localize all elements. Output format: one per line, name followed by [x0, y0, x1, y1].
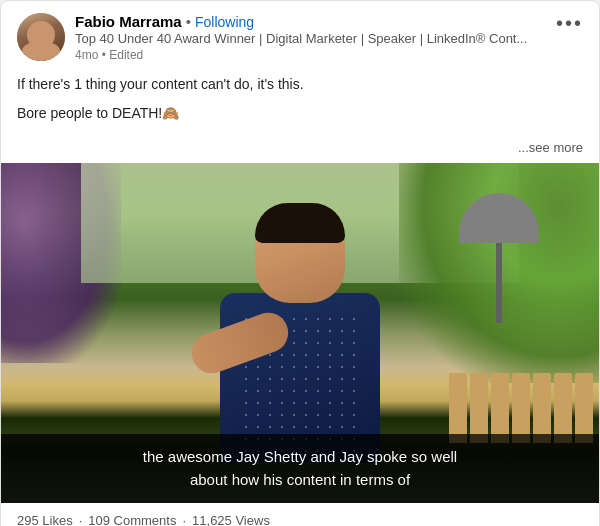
- video-container[interactable]: the awesome Jay Shetty and Jay spoke so …: [1, 163, 599, 503]
- post-header: Fabio Marrama • Following Top 40 Under 4…: [1, 1, 599, 70]
- avatar[interactable]: [17, 13, 65, 61]
- see-more-link[interactable]: ...see more: [518, 140, 583, 155]
- likes-count[interactable]: 295 Likes: [17, 513, 73, 526]
- comments-count[interactable]: 109 Comments: [88, 513, 176, 526]
- post-text: If there's 1 thing your content can't do…: [1, 70, 599, 140]
- caption-line1: the awesome Jay Shetty and Jay spoke so …: [21, 446, 579, 469]
- author-name[interactable]: Fabio Marrama: [75, 13, 182, 30]
- video-captions: the awesome Jay Shetty and Jay spoke so …: [1, 434, 599, 503]
- content-line2: Bore people to DEATH!🙈: [17, 103, 583, 124]
- author-info: Fabio Marrama • Following Top 40 Under 4…: [75, 13, 583, 62]
- see-more-row: ...see more: [1, 140, 599, 163]
- content-line1: If there's 1 thing your content can't do…: [17, 74, 583, 95]
- following-label[interactable]: Following: [195, 14, 254, 30]
- stats-bar: 295 Likes · 109 Comments · 11,625 Views: [1, 503, 599, 526]
- more-options-button[interactable]: •••: [556, 13, 583, 33]
- bg-fence: [449, 363, 599, 443]
- post-card: Fabio Marrama • Following Top 40 Under 4…: [0, 0, 600, 526]
- stats-dot-1: ·: [79, 513, 83, 526]
- views-count[interactable]: 11,625 Views: [192, 513, 270, 526]
- author-headline: Top 40 Under 40 Award Winner | Digital M…: [75, 31, 535, 46]
- person-subject: [200, 203, 400, 463]
- caption-line2: about how his content in terms of: [21, 469, 579, 492]
- name-row: Fabio Marrama • Following: [75, 13, 583, 30]
- person-head: [255, 203, 345, 303]
- post-meta: 4mo • Edited: [75, 48, 583, 62]
- stats-dot-2: ·: [182, 513, 186, 526]
- separator: •: [186, 13, 191, 30]
- bg-umbrella: [459, 193, 539, 323]
